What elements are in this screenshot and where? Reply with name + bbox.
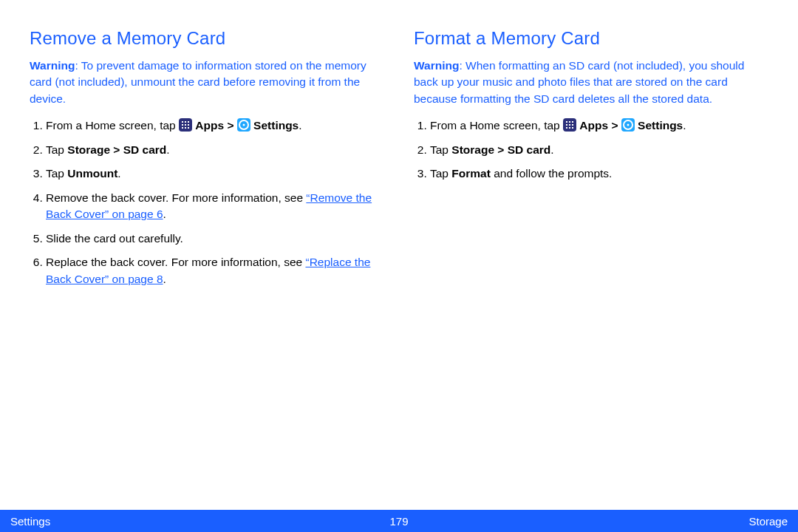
step-text: Tap [430,143,451,156]
step-2: Tap Storage > SD card. [430,142,768,158]
step-text-post: . [299,119,301,132]
page: Remove a Memory Card Warning: To prevent… [0,0,798,532]
settings-label: Settings [253,119,299,132]
warning-label: Warning [414,59,459,72]
step-2: Tap Storage > SD card. [46,142,384,158]
steps-remove: From a Home screen, tap Apps > Settings.… [30,117,384,287]
left-column: Remove a Memory Card Warning: To prevent… [30,28,384,295]
step-text-post: . [163,273,166,285]
step-text-post: . [163,208,166,220]
step-text-post: . [550,143,553,156]
warning-remove: Warning: To prevent damage to informatio… [30,58,384,107]
step-text: Tap [430,167,451,180]
step-3: Tap Unmount. [46,166,384,182]
settings-icon [237,118,250,132]
step-text: Remove the back cover. For more informat… [46,191,306,204]
step-1: From a Home screen, tap Apps > Settings. [46,117,384,134]
page-number: 179 [389,515,408,528]
step-text-post: . [117,167,120,180]
heading-remove-memory-card: Remove a Memory Card [30,28,384,49]
footer-bar: Settings 179 Storage [0,510,798,532]
step-6: Replace the back cover. For more informa… [46,254,384,287]
warning-label: Warning [30,59,75,72]
step-bold: Storage > SD card [67,143,166,156]
settings-label: Settings [638,119,683,132]
content-area: Remove a Memory Card Warning: To prevent… [0,0,798,295]
steps-format: From a Home screen, tap Apps > Settings.… [414,117,768,182]
step-bold: Storage > SD card [451,143,550,156]
footer-left: Settings [10,515,50,528]
step-4: Remove the back cover. For more informat… [46,190,384,223]
warning-text: : To prevent damage to information store… [30,59,366,105]
heading-format-memory-card: Format a Memory Card [414,28,768,49]
step-3: Tap Format and follow the prompts. [430,166,768,182]
step-bold: Format [451,167,491,180]
step-bold: Unmount [67,167,117,180]
warning-text: : When formatting an SD card (not includ… [414,59,744,105]
right-column: Format a Memory Card Warning: When forma… [414,28,768,295]
footer-right: Storage [748,515,788,528]
apps-icon [563,118,576,132]
step-text: Tap [46,143,67,156]
warning-format: Warning: When formatting an SD card (not… [414,58,768,107]
apps-icon [179,118,192,132]
step-5: Slide the card out carefully. [46,231,384,247]
step-text: Replace the back cover. For more informa… [46,256,306,268]
apps-label: Apps > [579,119,621,132]
step-text: From a Home screen, tap [46,119,179,132]
settings-icon [621,118,635,132]
apps-label: Apps > [195,119,236,132]
step-text-post: . [683,119,686,132]
step-text: From a Home screen, tap [430,119,563,132]
step-text-post: and follow the prompts. [491,167,613,180]
step-text: Tap [46,167,67,180]
step-1: From a Home screen, tap Apps > Settings. [430,117,768,134]
step-text-post: . [166,143,169,156]
